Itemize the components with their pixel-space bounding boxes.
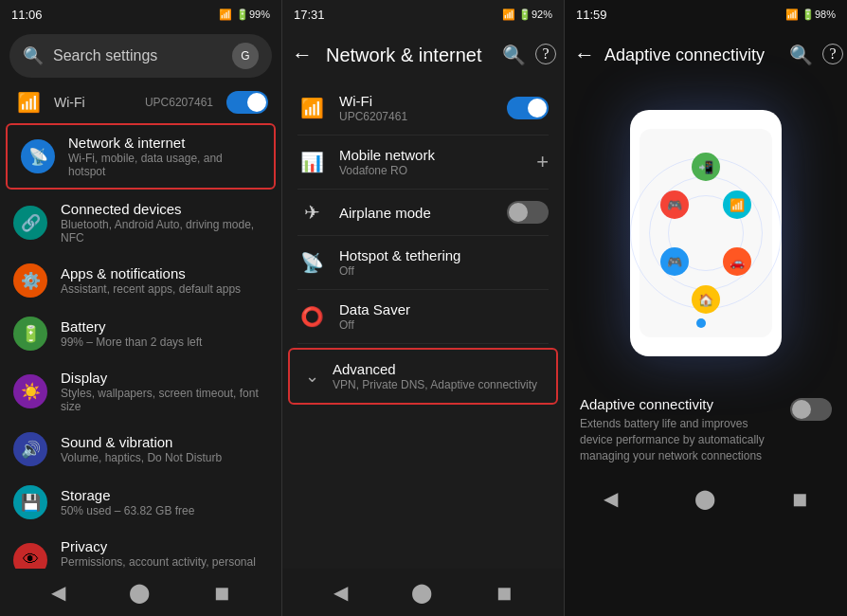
adaptive-info-desc: Extends battery life and improves device… [580,416,781,463]
net-datasaver-title: Data Saver [339,301,549,317]
app-icon-cyan: 📶 [723,190,751,219]
back-button-nav-p2[interactable]: ◀ [333,581,348,604]
wifi-icon: 📶 [17,91,41,114]
adaptive-info-title: Adaptive connectivity [580,396,781,412]
search-bar[interactable]: 🔍 Search settings G [9,34,272,78]
app-icon-green: 📲 [692,153,720,181]
net-airplane-title: Airplane mode [339,205,494,221]
network-search-icon[interactable]: 🔍 [502,44,526,66]
back-button-p3[interactable]: ← [568,37,601,73]
net-airplane-text: Airplane mode [339,205,494,221]
sound-icon: 🔊 [13,432,47,466]
storage-subtitle: 50% used – 63.82 GB free [61,504,268,517]
network-text: Network & internet Wi-Fi, mobile, data u… [68,135,261,178]
recents-button-p1[interactable]: ◼ [214,581,230,604]
net-item-airplane[interactable]: ✈ Airplane mode [282,190,564,235]
add-network-button[interactable]: + [536,150,549,174]
settings-item-storage[interactable]: 💾 Storage 50% used – 63.82 GB free [0,476,281,529]
time-panel2: 17:31 [294,8,325,22]
back-button-p1[interactable]: ◀ [51,581,65,604]
network-header-icons: 🔍 ? [502,44,556,66]
panel-adaptive-connectivity: 11:59 📶 🔋98% ← Adaptive connectivity 🔍 ? [565,0,847,616]
settings-item-privacy[interactable]: 👁 Privacy Permissions, account activity,… [0,529,281,569]
illustration-container: 📲 🎮 📶 🎮 🚗 🏠 [611,110,801,356]
settings-item-battery[interactable]: 🔋 Battery 99% – More than 2 days left [0,307,281,360]
net-mobile-sub: Vodafone RO [339,164,523,177]
settings-item-display[interactable]: ☀️ Display Styles, wallpapers, screen ti… [0,360,281,423]
airplane-toggle[interactable] [507,201,549,224]
display-subtitle: Styles, wallpapers, screen timeout, font… [61,387,268,413]
adaptive-search-icon[interactable]: 🔍 [789,44,813,66]
net-item-mobile[interactable]: 📊 Mobile network Vodafone RO + [282,136,564,189]
connected-title: Connected devices [61,201,268,217]
net-item-datasaver[interactable]: ⭕ Data Saver Off [282,290,564,343]
adaptive-illustration: 📲 🎮 📶 🎮 🚗 🏠 [565,82,847,385]
status-icons-p3: 📶 🔋98% [785,9,836,21]
display-text: Display Styles, wallpapers, screen timeo… [61,370,268,413]
adaptive-help-icon[interactable]: ? [822,44,843,64]
network-help-icon[interactable]: ? [535,44,556,64]
wifi-net-icon: 📶 [297,97,326,119]
net-item-hotspot[interactable]: 📡 Hotspot & tethering Off [282,236,564,289]
settings-item-apps[interactable]: ⚙️ Apps & notifications Assistant, recen… [0,254,281,307]
net-wifi-title: Wi-Fi [339,93,494,109]
home-button-nav-p3[interactable]: ⬤ [694,487,715,510]
back-button-p2[interactable]: ← [286,37,318,73]
battery-p3: 📶 🔋98% [785,9,836,21]
search-placeholder: Search settings [53,47,223,64]
recents-button-nav-p3[interactable]: ◼ [792,487,808,510]
sound-title: Sound & vibration [61,434,268,450]
mobile-icon: 📊 [297,151,326,173]
bottom-nav-panel1: ◀ ⬤ ◼ [0,569,281,616]
network-header-title: Network & internet [326,45,495,66]
app-icon-orange: 🚗 [723,247,751,276]
signal-icon-p1: 🔋99% [236,9,270,21]
wifi-quick-item[interactable]: 📶 Wi-Fi UPC6207461 [0,83,281,121]
avatar[interactable]: G [232,43,259,69]
settings-item-connected[interactable]: 🔗 Connected devices Bluetooth, Android A… [0,191,281,254]
net-wifi-text: Wi-Fi UPC6207461 [339,93,494,123]
adaptive-header-bar: ← Adaptive connectivity 🔍 ? [565,28,847,82]
net-item-wifi[interactable]: 📶 Wi-Fi UPC6207461 [282,82,564,135]
time-panel3: 11:59 [576,8,607,22]
settings-item-sound[interactable]: 🔊 Sound & vibration Volume, haptics, Do … [0,423,281,476]
wifi-toggle[interactable] [226,91,268,114]
divider5 [297,343,549,344]
connected-subtitle: Bluetooth, Android Auto, driving mode, N… [61,218,268,245]
recents-button-nav-p2[interactable]: ◼ [496,581,513,604]
apps-subtitle: Assistant, recent apps, default apps [61,282,268,296]
network-icon: 📡 [21,139,55,173]
back-button-nav-p3[interactable]: ◀ [604,487,618,510]
wifi-subtitle: UPC6207461 [145,96,213,109]
net-item-advanced[interactable]: ⌄ Advanced VPN, Private DNS, Adaptive co… [288,348,558,405]
connected-icon: 🔗 [13,206,47,240]
hotspot-icon: 📡 [297,251,326,274]
settings-item-network[interactable]: 📡 Network & internet Wi-Fi, mobile, data… [6,123,276,190]
search-icon: 🔍 [23,45,44,66]
app-icon-blue: 🎮 [660,247,689,276]
status-icons-p2: 📶 🔋92% [502,9,552,21]
signal-p2: 📶 🔋92% [502,9,552,21]
apps-title: Apps & notifications [61,265,268,281]
network-list: 📶 Wi-Fi UPC6207461 📊 Mobile network Voda… [282,82,564,569]
home-button-nav-p2[interactable]: ⬤ [411,581,432,604]
settings-list: 📡 Network & internet Wi-Fi, mobile, data… [0,121,281,569]
net-hotspot-sub: Off [339,264,549,278]
wifi-net-toggle[interactable] [507,97,549,119]
privacy-subtitle: Permissions, account activity, personal … [61,555,268,569]
home-button-p1[interactable]: ⬤ [129,581,150,604]
adaptive-connectivity-toggle[interactable] [790,398,832,421]
status-bar-panel1: 11:06 📶 🔋99% [0,0,281,28]
status-icons-panel1: 📶 🔋99% [219,9,270,21]
network-subtitle: Wi-Fi, mobile, data usage, and hotspot [68,152,261,178]
adaptive-header-title: Adaptive connectivity [604,45,785,65]
privacy-text: Privacy Permissions, account activity, p… [61,538,268,569]
wifi-label: Wi-Fi [54,95,132,110]
bottom-nav-panel3: ◀ ⬤ ◼ [565,475,847,522]
net-advanced-text: Advanced VPN, Private DNS, Adaptive conn… [333,361,541,391]
network-header: ← Network & internet 🔍 ? [282,28,564,82]
net-wifi-sub: UPC6207461 [339,110,494,123]
dot-indicator [696,318,706,328]
battery-icon-p1: 📶 [219,9,232,21]
apps-text: Apps & notifications Assistant, recent a… [61,265,268,296]
